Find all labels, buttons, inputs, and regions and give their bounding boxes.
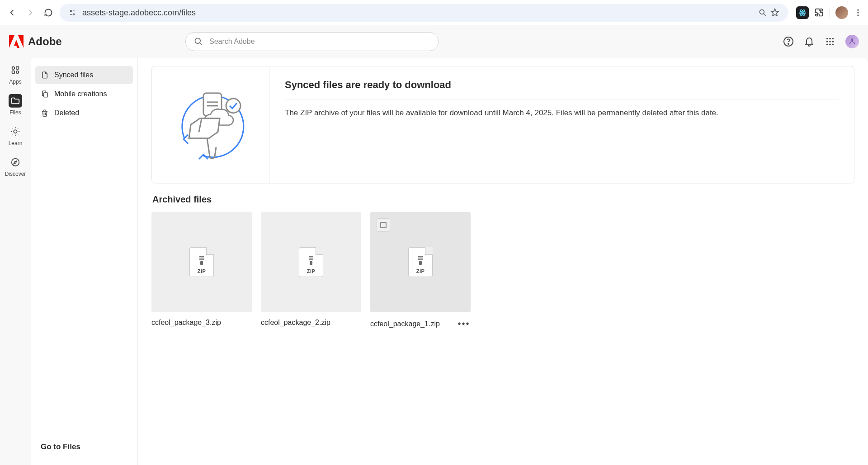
- file-name: ccfeol_package_2.zip: [261, 319, 330, 327]
- file-card: ZIP ccfeol_package_2.zip: [261, 212, 361, 329]
- react-devtools-extension-icon[interactable]: [796, 6, 809, 19]
- notifications-icon[interactable]: [804, 36, 815, 47]
- zip-file-icon: ZIP: [299, 247, 323, 277]
- svg-point-19: [826, 44, 828, 46]
- file-type-label: ZIP: [198, 268, 206, 274]
- section-title-archived: Archived files: [152, 194, 854, 205]
- file-card: ZIP ccfeol_package_1.zip •••: [370, 212, 471, 329]
- rail-label: Learn: [9, 140, 23, 146]
- banner-title: Synced files are ready to download: [285, 79, 839, 91]
- rail-label: Discover: [5, 171, 26, 177]
- svg-point-1: [73, 14, 75, 15]
- file-select-checkbox[interactable]: [377, 218, 390, 232]
- svg-point-17: [829, 41, 831, 42]
- svg-point-12: [788, 43, 789, 44]
- file-thumbnail[interactable]: ZIP: [151, 212, 252, 312]
- checkbox-icon: [380, 222, 387, 228]
- file-name: ccfeol_package_3.zip: [151, 319, 221, 327]
- search-icon: [194, 37, 203, 46]
- svg-rect-24: [12, 71, 15, 74]
- file-name: ccfeol_package_1.zip: [370, 320, 440, 328]
- file-card: ZIP ccfeol_package_3.zip: [151, 212, 252, 329]
- search-box[interactable]: [185, 32, 439, 51]
- svg-point-22: [12, 67, 15, 70]
- adobe-logo[interactable]: Adobe: [9, 35, 185, 48]
- svg-point-18: [832, 41, 834, 42]
- app-switcher-icon[interactable]: [825, 36, 835, 47]
- browser-back-button[interactable]: [5, 6, 19, 19]
- svg-point-7: [857, 9, 859, 11]
- rail-item-learn[interactable]: Learn: [2, 121, 28, 150]
- browser-menu-icon[interactable]: [854, 8, 863, 17]
- main-panel: Synced files are ready to download The Z…: [137, 58, 868, 465]
- site-settings-icon[interactable]: [68, 8, 77, 17]
- search-input[interactable]: [209, 38, 430, 46]
- banner-description: The ZIP archive of your files will be av…: [285, 108, 839, 119]
- app-header: Adobe: [0, 25, 868, 58]
- file-thumbnail[interactable]: ZIP: [261, 212, 361, 312]
- help-icon[interactable]: [783, 36, 794, 47]
- sidenav-label: Synced files: [54, 71, 93, 79]
- svg-point-10: [195, 38, 201, 44]
- svg-point-16: [826, 41, 828, 42]
- svg-point-31: [226, 99, 241, 113]
- browser-profile-avatar[interactable]: [835, 6, 848, 19]
- browser-url-bar[interactable]: assets-stage.adobecc.com/files: [60, 4, 788, 22]
- file-type-label: ZIP: [307, 268, 316, 274]
- files-icon: [9, 94, 22, 108]
- extensions-icon[interactable]: [814, 8, 824, 18]
- divider: [830, 7, 830, 18]
- rail-label: Files: [9, 109, 21, 116]
- mobile-creations-icon: [41, 90, 49, 98]
- file-thumbnail[interactable]: ZIP: [370, 212, 471, 312]
- discover-icon: [9, 155, 22, 169]
- svg-point-13: [826, 38, 828, 40]
- files-side-panel: Synced files Mobile creations Deleted Go…: [31, 58, 137, 465]
- rail-item-files[interactable]: Files: [2, 90, 28, 119]
- bookmark-star-icon[interactable]: [770, 8, 780, 18]
- sidenav-synced-files[interactable]: Synced files: [35, 66, 133, 84]
- file-grid: ZIP ccfeol_package_3.zip ZIP: [151, 212, 854, 329]
- trash-icon: [41, 109, 49, 117]
- svg-point-15: [832, 38, 834, 40]
- svg-point-27: [12, 159, 19, 166]
- go-to-files-link[interactable]: Go to Files: [35, 437, 133, 457]
- divider: [285, 99, 839, 99]
- browser-forward-button[interactable]: [24, 6, 37, 19]
- learn-icon: [9, 125, 22, 138]
- svg-point-26: [14, 130, 17, 133]
- svg-rect-23: [16, 67, 19, 70]
- browser-reload-button[interactable]: [42, 6, 55, 19]
- file-type-label: ZIP: [416, 268, 425, 274]
- svg-point-20: [829, 44, 831, 46]
- file-more-actions-icon[interactable]: •••: [457, 319, 471, 329]
- user-avatar[interactable]: [845, 35, 859, 48]
- zip-file-icon: ZIP: [408, 247, 433, 277]
- rail-item-apps[interactable]: Apps: [2, 60, 28, 89]
- svg-point-25: [16, 71, 19, 74]
- svg-point-0: [71, 10, 72, 12]
- browser-url-text: assets-stage.adobecc.com/files: [82, 8, 196, 18]
- svg-rect-29: [44, 93, 47, 97]
- sidenav-label: Deleted: [54, 109, 79, 117]
- svg-point-2: [760, 9, 764, 14]
- apps-icon: [9, 63, 22, 77]
- zoom-icon[interactable]: [758, 8, 767, 17]
- zip-file-icon: ZIP: [189, 247, 214, 277]
- rail-label: Apps: [9, 79, 21, 85]
- left-rail: Home Apps Files Learn Discover: [0, 25, 31, 465]
- browser-toolbar: assets-stage.adobecc.com/files: [0, 0, 868, 25]
- svg-point-21: [832, 44, 834, 46]
- banner-illustration: [152, 66, 269, 183]
- svg-point-9: [857, 14, 859, 16]
- rail-item-discover[interactable]: Discover: [2, 152, 28, 181]
- sidenav-mobile-creations[interactable]: Mobile creations: [35, 85, 133, 103]
- adobe-logo-text: Adobe: [28, 35, 62, 48]
- sidenav-label: Mobile creations: [54, 90, 107, 98]
- download-ready-banner: Synced files are ready to download The Z…: [151, 66, 854, 183]
- svg-point-3: [802, 12, 803, 14]
- file-icon: [41, 71, 49, 79]
- svg-point-14: [829, 38, 831, 40]
- sidenav-deleted[interactable]: Deleted: [35, 104, 133, 122]
- svg-point-8: [857, 12, 859, 13]
